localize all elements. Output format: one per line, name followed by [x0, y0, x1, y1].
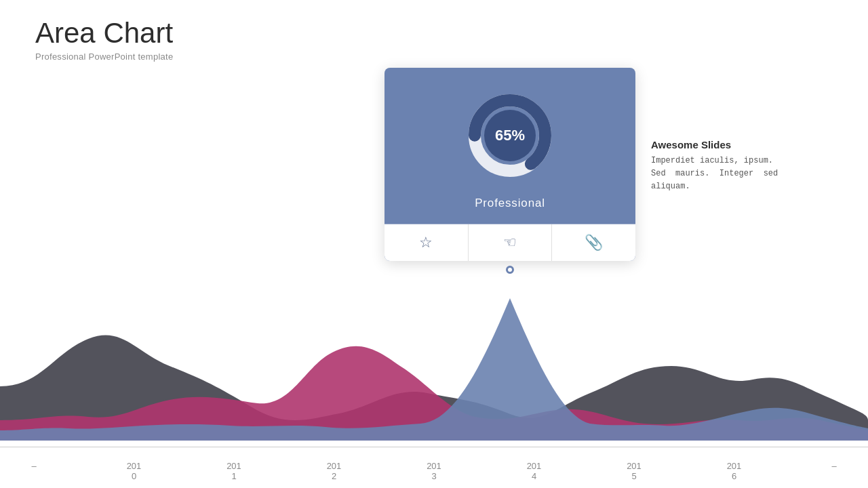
tooltip-body: 65% Professional	[384, 68, 635, 224]
awesome-slides-desc: Imperdiet iaculis, ipsum.Sed mauris. Int…	[651, 155, 787, 194]
x-label-2012: 2012	[314, 461, 355, 481]
x-label-2011: 2011	[214, 461, 254, 481]
x-label-2015: 2015	[614, 461, 654, 481]
x-label-dash-right: –	[814, 461, 854, 481]
card-label: Professional	[475, 197, 545, 210]
x-label-2014: 2014	[514, 461, 555, 481]
x-label-dash-left: –	[14, 461, 54, 481]
awesome-slides-title: Awesome Slides	[651, 139, 787, 150]
x-axis: – 2010 2011 2012 2013 2014 2015 2016 –	[0, 461, 868, 481]
donut-percentage: 65%	[495, 127, 525, 144]
area-chart	[0, 230, 868, 447]
donut-chart: 65%	[462, 88, 557, 183]
x-label-2010: 2010	[114, 461, 155, 481]
awesome-slides-box: Awesome Slides Imperdiet iaculis, ipsum.…	[651, 139, 787, 194]
header: Area Chart Professional PowerPoint templ…	[35, 18, 173, 62]
x-label-2013: 2013	[414, 461, 454, 481]
x-label-2016: 2016	[714, 461, 755, 481]
page-title: Area Chart	[35, 18, 173, 49]
page-subtitle: Professional PowerPoint template	[35, 52, 173, 62]
